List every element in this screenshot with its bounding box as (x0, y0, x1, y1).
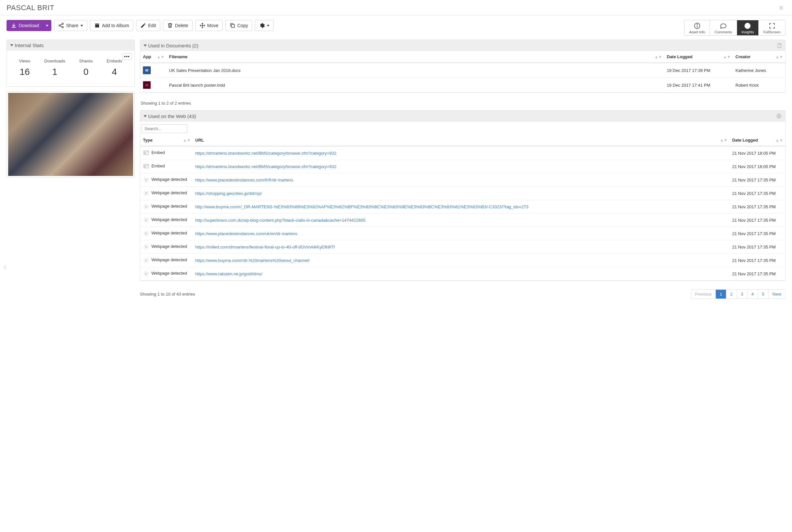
url-link[interactable]: https://www.placedestendances.com/uk/en/… (195, 231, 297, 236)
type-cell: Embed (140, 160, 193, 173)
table-row[interactable]: Id Pascal Brit launch poster.indd 19 Dec… (140, 78, 785, 93)
col-filename[interactable]: Filename▲▼ (167, 51, 664, 63)
pagination-previous[interactable]: Previous (691, 290, 716, 299)
album-icon (94, 22, 100, 28)
col-date-logged[interactable]: Date Logged▲▼ (730, 134, 785, 146)
svg-point-0 (62, 23, 64, 25)
stat-views: Views 16 (19, 59, 30, 77)
delete-button[interactable]: Delete (163, 20, 192, 31)
globe-icon (744, 22, 751, 30)
internal-stats-header[interactable]: Internal Stats (7, 40, 134, 51)
type-cell: Webpage detected (140, 240, 193, 254)
collapse-icon (144, 115, 147, 117)
caret-down-icon (267, 25, 269, 26)
move-icon (200, 22, 205, 28)
tab-fullscreen[interactable]: FullScreen (759, 20, 785, 35)
web-icon (143, 257, 149, 264)
url-link[interactable]: https://milled.com/drmartens/festival-fl… (195, 245, 335, 249)
stats-more-button[interactable]: ••• (122, 53, 132, 60)
comments-icon (720, 22, 727, 30)
move-button[interactable]: Move (195, 20, 223, 31)
pagination-next[interactable]: Next (769, 290, 785, 299)
caret-down-icon (46, 25, 49, 26)
download-button[interactable]: Download (6, 20, 43, 31)
col-url[interactable]: URL▲▼ (193, 134, 730, 146)
url-link[interactable]: https://www.buyma.com/r/dr.%20martens%20… (195, 258, 310, 263)
pagination-page[interactable]: 4 (748, 290, 758, 299)
url-link[interactable]: http://superbravo.com.do/wp-blog-content… (195, 218, 365, 223)
web-icon (143, 244, 149, 250)
date-cell: 21 Nov 2017 17:35 PM (730, 267, 785, 281)
svg-point-23 (146, 260, 147, 261)
table-row: Webpage detected https://www.buyma.com/r… (140, 254, 785, 267)
docs-showing: Showing 1 to 2 of 2 entries (140, 97, 786, 106)
embed-icon (143, 150, 149, 156)
svg-point-21 (146, 233, 147, 234)
copy-button[interactable]: Copy (225, 20, 252, 31)
settings-button[interactable] (255, 20, 274, 31)
url-link[interactable]: http://www.buyma.com/r/_DR-MARTENS-%E3%8… (195, 204, 528, 209)
date-cell: 19 Dec 2017 17:39 PM (664, 63, 733, 78)
col-type[interactable]: Type▲▼ (140, 134, 193, 146)
type-cell: Embed (140, 146, 193, 160)
svg-point-1 (59, 25, 61, 26)
caret-down-icon (80, 25, 83, 26)
type-cell: Webpage detected (140, 173, 193, 187)
url-link[interactable]: https://shopping.geocities.jp/ddr/sp/ (195, 191, 262, 196)
table-row: Webpage detected https://www.placedesten… (140, 173, 785, 187)
creator-cell: Katherine Jones (733, 63, 785, 78)
svg-point-20 (146, 220, 147, 221)
pagination-page[interactable]: 3 (737, 290, 748, 299)
app-icon: W (143, 66, 151, 74)
embed-icon (143, 163, 149, 170)
web-search-input[interactable] (142, 124, 187, 133)
col-app[interactable]: App▲▼ (140, 51, 167, 63)
pagination-page[interactable]: 5 (758, 290, 769, 299)
collapse-icon (10, 44, 14, 46)
table-row: Embed https://drmartens.brandworkz.net/B… (140, 160, 785, 173)
date-cell: 21 Nov 2017 17:35 PM (730, 200, 785, 213)
close-icon[interactable]: × (777, 3, 786, 13)
date-cell: 21 Nov 2017 17:35 PM (730, 254, 785, 267)
web-header[interactable]: Used on the Web (43) (140, 111, 785, 122)
documents-header[interactable]: Used in Documents (2) (140, 40, 785, 51)
share-button[interactable]: Share (54, 20, 87, 31)
pagination-page[interactable]: 1 (716, 290, 726, 299)
document-icon (777, 42, 782, 49)
tab-asset-info[interactable]: Asset Info (684, 20, 710, 35)
tab-insights[interactable]: Insights (737, 20, 759, 35)
table-row: Webpage detected https://milled.com/drma… (140, 240, 785, 254)
tab-comments[interactable]: Comments (710, 20, 737, 35)
thumbnail-image (8, 93, 133, 176)
col-date[interactable]: Date Logged▲▼ (664, 51, 733, 63)
download-dropdown-button[interactable] (43, 20, 51, 31)
asset-thumbnail[interactable] (6, 91, 135, 177)
date-cell: 21 Nov 2017 17:35 PM (730, 240, 785, 254)
edit-button[interactable]: Edit (136, 20, 160, 31)
collapse-icon (144, 44, 147, 47)
web-icon (143, 217, 149, 223)
svg-point-18 (146, 193, 147, 194)
svg-line-4 (60, 26, 62, 27)
svg-point-19 (146, 206, 147, 208)
date-cell: 21 Nov 2017 18:05 PM (730, 146, 785, 160)
gear-icon (259, 22, 265, 28)
prev-asset-arrow[interactable]: ‹ (3, 260, 7, 272)
type-cell: Webpage detected (140, 187, 193, 200)
url-link[interactable]: https://www.placedestendances.com/fr/fr/… (195, 177, 293, 183)
url-link[interactable]: https://drmartens.brandworkz.net/BMS/cat… (195, 164, 337, 169)
add-to-album-button[interactable]: Add to Album (90, 20, 133, 31)
globe-icon (776, 113, 782, 119)
type-cell: Webpage detected (140, 254, 193, 267)
table-row[interactable]: W UK Sales Presentation Jan 2018.docx 19… (140, 63, 785, 78)
type-cell: Webpage detected (140, 267, 193, 281)
edit-icon (140, 22, 146, 28)
page-title: PASCAL BRIT (6, 4, 54, 12)
pagination-page[interactable]: 2 (726, 290, 737, 299)
col-creator[interactable]: Creator▲▼ (733, 51, 785, 63)
url-link[interactable]: https://drmartens.brandworkz.net/BMS/cat… (195, 151, 337, 156)
web-icon (143, 203, 149, 210)
web-icon (143, 270, 149, 277)
date-cell: 21 Nov 2017 17:35 PM (730, 213, 785, 227)
url-link[interactable]: https://www.rakuten.ne.jp/gold/dms/ (195, 271, 262, 276)
